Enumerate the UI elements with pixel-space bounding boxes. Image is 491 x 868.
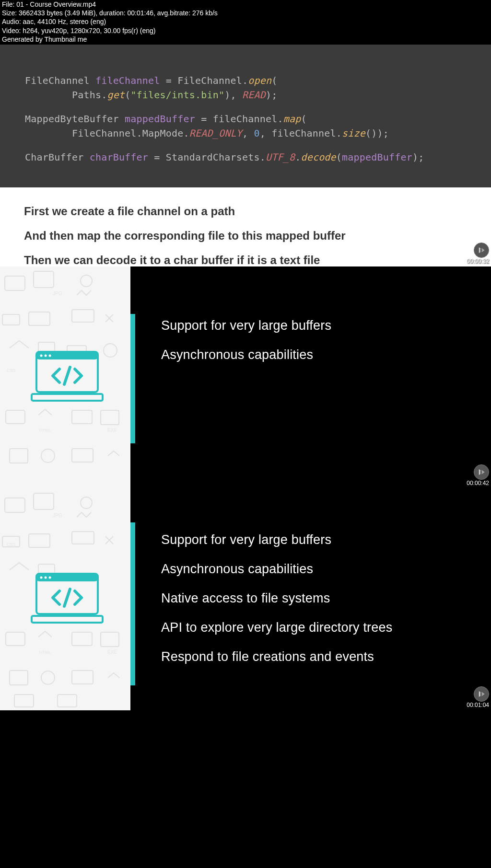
svg-rect-9	[6, 410, 25, 424]
timestamp-badge: 00:00:32	[467, 243, 489, 265]
svg-text:EXE: EXE	[107, 428, 117, 433]
svg-point-46	[40, 577, 43, 579]
timestamp-text: 00:00:42	[467, 480, 489, 486]
laptop-icon	[30, 572, 105, 626]
svg-text:CSS: CSS	[7, 542, 16, 547]
svg-rect-10	[72, 410, 92, 424]
svg-rect-26	[34, 493, 54, 509]
svg-rect-14	[72, 449, 93, 462]
bullet-item: Support for very large buffers	[161, 532, 472, 547]
svg-rect-37	[72, 671, 93, 684]
svg-text:HTML: HTML	[39, 650, 51, 655]
accent-bar	[130, 522, 135, 685]
slide-content: Support for very large buffers Asynchron…	[135, 266, 491, 488]
svg-point-48	[49, 577, 51, 579]
play-icon[interactable]	[474, 243, 489, 258]
bullet-list: Support for very large buffers Asynchron…	[161, 532, 472, 664]
thumbnail-frame-2: JPG EXE HTML CSS Support for very large …	[0, 266, 491, 488]
svg-point-2	[81, 275, 92, 287]
svg-point-27	[81, 497, 92, 509]
slide-illustration-panel: JPG EXE HTML CSS	[0, 266, 130, 488]
meta-video: Video: h264, yuv420p, 1280x720, 30.00 fp…	[2, 26, 489, 35]
svg-rect-3	[2, 314, 20, 325]
svg-rect-4	[29, 312, 50, 325]
svg-rect-1	[34, 271, 54, 288]
svg-text:JPG: JPG	[53, 513, 62, 518]
svg-point-21	[40, 355, 43, 357]
svg-point-36	[41, 671, 55, 684]
svg-point-13	[41, 449, 55, 463]
svg-rect-25	[5, 498, 25, 512]
svg-rect-30	[72, 532, 94, 544]
meta-audio: Audio: aac, 44100 Hz, stereo (eng)	[2, 17, 489, 26]
slide-illustration-panel: JPG EXE HTML CSS	[0, 488, 130, 710]
laptop-icon	[30, 350, 105, 405]
svg-point-47	[45, 577, 47, 579]
thumbnail-frame-3: JPG EXE HTML CSS Support for very large …	[0, 488, 491, 710]
svg-rect-29	[29, 534, 50, 547]
bullet-item: Asynchronous capabilities	[161, 347, 472, 362]
svg-text:CSS: CSS	[7, 368, 16, 373]
meta-generator: Generated by Thumbnail me	[2, 35, 489, 44]
bullet-item: Respond to file creations and events	[161, 649, 472, 664]
bullet-item: Native access to file systems	[161, 591, 472, 606]
bullet-item: Support for very large buffers	[161, 318, 472, 333]
svg-rect-49	[32, 616, 103, 623]
code-block: FileChannel fileChannel = FileChannel.op…	[0, 45, 491, 187]
svg-text:HTML: HTML	[39, 428, 51, 433]
code-line: CharBuffer charBuffer = StandardCharsets…	[25, 150, 483, 164]
explain-line: First we create a file channel on a path	[24, 202, 467, 221]
play-icon[interactable]	[474, 464, 489, 480]
svg-rect-35	[10, 671, 28, 685]
svg-text:EXE: EXE	[107, 649, 117, 655]
svg-rect-24	[32, 394, 103, 401]
svg-text:JPG: JPG	[53, 291, 62, 296]
bullet-list: Support for very large buffers Asynchron…	[161, 318, 472, 362]
accent-bar	[130, 314, 135, 443]
timestamp-text: 00:00:32	[467, 258, 489, 265]
svg-rect-32	[6, 632, 25, 646]
code-line: MappedByteBuffer mappedBuffer = fileChan…	[25, 112, 483, 126]
svg-point-8	[104, 344, 117, 357]
timestamp-text: 00:01:04	[467, 702, 489, 708]
timestamp-badge: 00:00:42	[467, 464, 489, 486]
bullet-item: API to explore very large directory tree…	[161, 620, 472, 635]
svg-rect-39	[58, 694, 77, 707]
svg-rect-38	[14, 694, 34, 707]
code-line: Paths.get("files/ints.bin"), READ);	[25, 88, 483, 102]
code-line: FileChannel.MapMode.READ_ONLY, 0, fileCh…	[25, 126, 483, 140]
svg-rect-0	[5, 276, 25, 290]
svg-rect-11	[101, 410, 119, 425]
svg-rect-33	[72, 632, 92, 646]
svg-point-23	[49, 355, 51, 357]
bullet-item: Asynchronous capabilities	[161, 562, 472, 577]
code-line: FileChannel fileChannel = FileChannel.op…	[25, 73, 483, 88]
svg-point-22	[45, 355, 47, 357]
play-icon[interactable]	[474, 686, 489, 702]
svg-rect-12	[10, 449, 28, 463]
thumbnail-frame-1: FileChannel fileChannel = FileChannel.op…	[0, 45, 491, 266]
timestamp-badge: 00:01:04	[467, 686, 489, 708]
file-metadata-header: File: 01 - Course Overview.mp4 Size: 366…	[0, 0, 491, 45]
slide-content: Support for very large buffers Asynchron…	[135, 488, 491, 710]
meta-size: Size: 3662433 bytes (3.49 MiB), duration…	[2, 9, 489, 17]
svg-rect-34	[101, 632, 119, 647]
svg-rect-5	[72, 310, 94, 322]
meta-file: File: 01 - Course Overview.mp4	[2, 0, 489, 9]
explain-line: And then map the corresponding file to t…	[24, 226, 467, 246]
